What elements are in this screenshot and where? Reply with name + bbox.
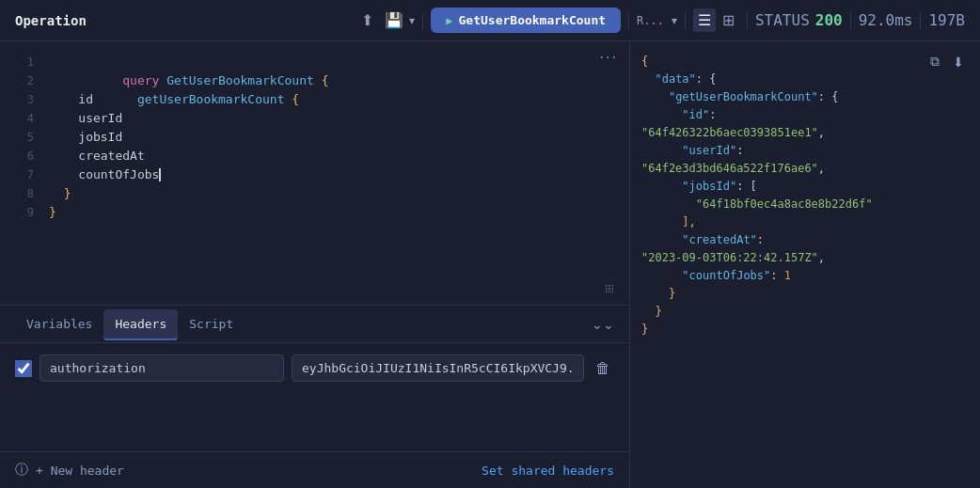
json-line: "countOfJobs": 1 — [641, 267, 969, 285]
response-size: 197B — [928, 11, 965, 29]
run-button[interactable]: ▶ GetUserBookmarkCount — [431, 8, 621, 33]
response-label: R... — [637, 14, 664, 27]
status-code: 200 — [815, 11, 843, 29]
code-line-7: 7 countOfJobs — [0, 165, 629, 184]
header-name-input[interactable] — [40, 354, 284, 382]
headers-content: 🗑 — [0, 343, 629, 451]
status-bar: R... ▾ — [637, 14, 677, 27]
sub-func-name: getUserBookmarkCount — [137, 92, 285, 106]
new-header-label: + New header — [36, 464, 124, 478]
view-icons: ☰ ⊞ — [693, 8, 739, 32]
save-icon[interactable]: 💾 — [379, 8, 409, 33]
cursor — [159, 168, 161, 181]
save-dropdown-icon[interactable]: ▾ — [409, 14, 415, 27]
tabs-bar: Variables Headers Script ⌄⌄ — [0, 306, 629, 343]
json-line: "jobsId": [ — [641, 178, 969, 196]
grid-view-icon[interactable]: ⊞ — [718, 8, 739, 32]
bottom-section: Variables Headers Script ⌄⌄ 🗑 ⓘ + New he… — [0, 305, 629, 488]
divider — [422, 11, 423, 30]
json-line: "createdAt": — [641, 231, 969, 249]
right-panel: ⧉ ⬇ { "data": { "getUserBookmarkCount": … — [630, 41, 980, 488]
page-title: Operation — [15, 13, 87, 28]
json-line: "64f426322b6aec0393851ee1", — [641, 124, 969, 142]
code-editor[interactable]: ··· 1 query GetUserBookmarkCount { 2 get… — [0, 41, 629, 305]
code-line-4: 4 userId — [0, 109, 629, 128]
code-toolbar: ⊞ — [601, 280, 618, 297]
collapse-icon[interactable]: ⌄⌄ — [592, 317, 614, 332]
code-line-9: 9 } — [0, 203, 629, 222]
code-line-1: 1 query GetUserBookmarkCount { — [0, 53, 629, 71]
json-line: "2023-09-03T06:22:42.157Z", — [641, 249, 969, 267]
divider2 — [628, 11, 629, 30]
divider3 — [685, 11, 686, 30]
tab-script[interactable]: Script — [178, 309, 245, 340]
json-line: "getUserBookmarkCount": { — [641, 88, 969, 106]
code-line-5: 5 jobsId — [0, 128, 629, 147]
json-line: } — [641, 285, 969, 303]
download-response-icon[interactable]: ⬇ — [948, 51, 969, 72]
info-icon: ⓘ — [15, 462, 28, 479]
set-shared-headers-button[interactable]: Set shared headers — [482, 464, 614, 478]
code-line-6: 6 createdAt — [0, 147, 629, 165]
json-line: "data": { — [641, 71, 969, 88]
delete-header-button[interactable]: 🗑 — [592, 356, 614, 381]
json-line: "64f2e3d3bd646a522f176ae6", — [641, 160, 969, 178]
copy-response-icon[interactable]: ⧉ — [925, 51, 944, 72]
json-line: } — [641, 321, 969, 338]
new-header-button[interactable]: + New header — [36, 464, 124, 478]
header-value-input[interactable] — [292, 354, 584, 382]
header-row: 🗑 — [15, 354, 614, 382]
run-button-label: GetUserBookmarkCount — [459, 13, 607, 27]
json-line: ], — [641, 213, 969, 231]
status-label: STATUS — [755, 11, 810, 29]
ellipsis-menu-button[interactable]: ··· — [600, 49, 618, 66]
shared-headers-label: Set shared headers — [482, 464, 614, 478]
response-dropdown-icon[interactable]: ▾ — [672, 14, 677, 27]
response-time: 92.0ms — [859, 11, 913, 29]
code-line-8: 8 } — [0, 184, 629, 203]
divider4 — [747, 11, 748, 30]
share-icon[interactable]: ⬆ — [356, 8, 379, 33]
response-toolbar: ⧉ ⬇ — [925, 51, 969, 72]
json-line: "userId": — [641, 142, 969, 160]
json-line: "id": — [641, 106, 969, 124]
tab-headers[interactable]: Headers — [103, 309, 178, 340]
response-json: { "data": { "getUserBookmarkCount": { "i… — [641, 53, 969, 338]
json-line: "64f18bf0ec4a8ac8e8b22d6f" — [641, 196, 969, 213]
list-view-icon[interactable]: ☰ — [693, 8, 716, 32]
header-enabled-checkbox[interactable] — [15, 360, 32, 377]
tab-variables[interactable]: Variables — [15, 309, 103, 340]
play-icon: ▶ — [446, 14, 452, 27]
left-panel: ··· 1 query GetUserBookmarkCount { 2 get… — [0, 41, 630, 488]
top-bar: Operation ⬆ 💾 ▾ ▶ GetUserBookmarkCount R… — [0, 0, 980, 41]
json-line: } — [641, 303, 969, 321]
prettify-icon[interactable]: ⊞ — [601, 280, 618, 297]
json-line: { — [641, 53, 969, 71]
bottom-actions: ⓘ + New header Set shared headers — [0, 451, 629, 488]
main-content: ··· 1 query GetUserBookmarkCount { 2 get… — [0, 41, 980, 488]
